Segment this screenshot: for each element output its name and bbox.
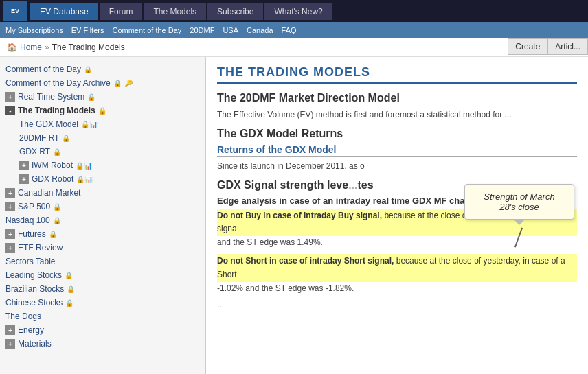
lock-icon-3: 🔒 (87, 93, 95, 101)
20dmf-rt-label: 20DMF RT (19, 133, 59, 143)
expand-icon-etf[interactable]: + (5, 243, 15, 253)
lock-icon-8: 🔒📊 (76, 176, 93, 183)
lock-icon-5: 🔒 (62, 135, 70, 142)
real-time-system-label: Real Time System (18, 92, 84, 102)
ellipsis: ... (217, 300, 577, 309)
breadcrumb-home[interactable]: Home (20, 43, 42, 52)
buy-line3: and the ST edge was 1.49%. (217, 236, 577, 248)
short-highlight: Do not Short in case of intraday Short s… (217, 256, 394, 266)
callout-tooltip: Strength of March 28's close (464, 184, 574, 220)
iwm-robot-label: IWM Robot (32, 161, 73, 170)
expand-icon-iwm[interactable]: + (19, 161, 29, 170)
the-dogs-label: The Dogs (5, 312, 41, 321)
sidebar-item-comment-archive[interactable]: Comment of the Day Archive 🔒 🔑 (0, 76, 205, 90)
nasdaq100-label: Nasdaq 100 (5, 215, 50, 225)
sidebar-item-futures[interactable]: + Futures 🔒 (0, 227, 205, 241)
sidebar-item-the-dogs[interactable]: The Dogs (0, 309, 205, 323)
expand-icon-gdx-robot[interactable]: + (19, 174, 29, 184)
sidebar-item-etf-review[interactable]: + ETF Review (0, 241, 205, 255)
sidebar-item-gdx-robot[interactable]: + GDX Robot 🔒📊 (0, 172, 205, 186)
expand-icon-sp500[interactable]: + (5, 202, 15, 211)
sub-nav-ev-filters[interactable]: EV Filters (71, 26, 104, 34)
page-title: THE TRADING MODELS (217, 65, 577, 84)
lock-icon-11: 🔒 (49, 231, 57, 238)
lock-icon: 🔒 (84, 66, 92, 73)
sidebar-item-canadian-market[interactable]: + Canadian Market (0, 186, 205, 200)
short-line3: -1.02% and the ST edge was -1.82%. (217, 282, 577, 294)
nav-tab-the-models[interactable]: The Models (144, 3, 206, 20)
expand-icon-trading-models[interactable]: - (5, 106, 15, 115)
sidebar-item-iwm-robot[interactable]: + IWM Robot 🔒📊 (0, 159, 205, 172)
sub-nav-comment-of-the-day[interactable]: Comment of the Day (112, 26, 181, 34)
chinese-stocks-label: Chinese Stocks (5, 298, 63, 307)
lock-icon-12: 🔒 (65, 272, 73, 279)
lock-icon-2: 🔒 (113, 80, 122, 87)
gdx-model-label: The GDX Model (19, 119, 78, 129)
expand-icon-futures[interactable]: + (5, 229, 15, 239)
lock-icon-4: 🔒 (98, 107, 106, 115)
expand-icon-energy[interactable]: + (5, 325, 15, 335)
comment-of-the-day-label: Comment of the Day (5, 65, 81, 74)
expand-icon-real-time[interactable]: + (5, 92, 15, 102)
section1-title: The 20DMF Market Direction Model (217, 92, 577, 104)
sub-nav-faq[interactable]: FAQ (282, 26, 297, 34)
sidebar-item-gdx-rt[interactable]: GDX RT 🔒 (0, 145, 205, 159)
sidebar-item-trading-models[interactable]: - The Trading Models 🔒 (0, 104, 205, 117)
key-icon: 🔑 (124, 80, 133, 87)
lock-icon-9: 🔒 (53, 203, 61, 211)
sidebar-item-20dmf-rt[interactable]: 20DMF RT 🔒 (0, 131, 205, 145)
section2-body: Since its launch in December 2011, as o (217, 160, 577, 172)
sidebar-item-energy[interactable]: + Energy (0, 323, 205, 337)
expand-icon-materials[interactable]: + (5, 339, 15, 349)
section2-title: The GDX Model Returns (217, 128, 577, 140)
signal-short-line: Do not Short in case of intraday Short s… (217, 254, 577, 281)
sub-navigation: My Subscriptions EV Filters Comment of t… (0, 22, 588, 38)
sidebar-item-comment-of-the-day[interactable]: Comment of the Day 🔒 (0, 62, 205, 76)
nav-tab-forum[interactable]: Forum (100, 3, 143, 20)
breadcrumb: 🏠 Home » The Trading Models (0, 38, 588, 57)
sidebar-item-leading-stocks[interactable]: Leading Stocks 🔒 (0, 268, 205, 282)
nav-tab-subscribe[interactable]: Subscribe (207, 3, 263, 20)
sidebar-item-gdx-model[interactable]: The GDX Model 🔒📊 (0, 117, 205, 131)
sidebar: Comment of the Day 🔒 Comment of the Day … (0, 57, 206, 374)
sidebar-item-sp500[interactable]: + S&P 500 🔒 (0, 200, 205, 213)
nav-tab-whats-new[interactable]: What's New? (264, 3, 332, 20)
sidebar-item-materials[interactable]: + Materials (0, 337, 205, 351)
materials-label: Materials (18, 339, 52, 349)
expand-icon-canadian[interactable]: + (5, 188, 15, 198)
top-right-actions: Create Articl... (508, 38, 588, 55)
sub-nav-20dmf[interactable]: 20DMF (190, 26, 214, 34)
sidebar-item-sectors-table[interactable]: Sectors Table (0, 255, 205, 268)
logo: EV (3, 1, 27, 21)
callout-text: Strength of March 28's close (484, 191, 554, 212)
leading-stocks-label: Leading Stocks (5, 270, 62, 280)
section1-body: The Effective Volume (EV) method is firs… (217, 108, 577, 121)
sidebar-item-brazilian-stocks[interactable]: Brazilian Stocks 🔒 (0, 282, 205, 296)
article-button[interactable]: Articl... (547, 38, 588, 55)
sectors-table-label: Sectors Table (5, 257, 56, 266)
sidebar-item-chinese-stocks[interactable]: Chinese Stocks 🔒 (0, 296, 205, 309)
energy-label: Energy (18, 325, 44, 335)
gdx-rt-label: GDX RT (19, 147, 50, 156)
nav-tab-ev-database[interactable]: EV Database (30, 3, 98, 20)
main-layout: Comment of the Day 🔒 Comment of the Day … (0, 57, 588, 374)
sub-nav-my-subscriptions[interactable]: My Subscriptions (5, 26, 63, 34)
etf-review-label: ETF Review (18, 243, 63, 253)
sub-nav-usa[interactable]: USA (223, 26, 238, 34)
content-area: THE TRADING MODELS The 20DMF Market Dire… (206, 57, 588, 374)
section2-subtitle: Returns of the GDX Model (217, 144, 577, 157)
lock-icon-13: 🔒 (67, 285, 75, 293)
buy-highlight: Do not Buy in case of intraday Buy signa… (217, 211, 382, 220)
brazilian-stocks-label: Brazilian Stocks (5, 284, 64, 294)
sub-nav-canada[interactable]: Canada (247, 26, 273, 34)
breadcrumb-separator: » (45, 43, 49, 52)
create-button[interactable]: Create (508, 38, 547, 55)
sidebar-item-nasdaq100[interactable]: Nasdaq 100 🔒 (0, 213, 205, 227)
sp500-label: S&P 500 (18, 202, 50, 211)
lock-icon-10: 🔒 (53, 217, 61, 224)
gdx-robot-label: GDX Robot (32, 174, 74, 184)
top-navigation: EV EV Database Forum The Models Subscrib… (0, 0, 588, 22)
sidebar-item-real-time-system[interactable]: + Real Time System 🔒 (0, 90, 205, 104)
breadcrumb-current: The Trading Models (52, 43, 125, 52)
lock-icon-6: 🔒 (53, 148, 61, 156)
